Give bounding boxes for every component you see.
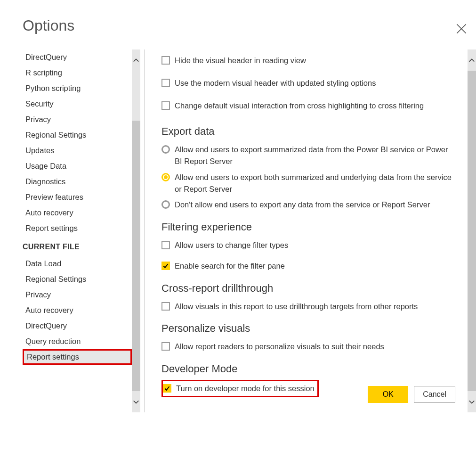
scroll-up-button[interactable] bbox=[132, 49, 140, 71]
content-scroll-down[interactable] bbox=[468, 391, 476, 412]
sidebar-item-report-settings-global[interactable]: Report settings bbox=[23, 221, 140, 236]
section-developer-mode: Developer Mode bbox=[161, 363, 457, 375]
check-icon bbox=[163, 263, 169, 269]
content-scrollbar-thumb[interactable] bbox=[468, 71, 476, 391]
sidebar-item-data-load[interactable]: Data Load bbox=[23, 256, 140, 271]
content-panel: Hide the visual header in reading view U… bbox=[145, 52, 476, 415]
radio-export-both[interactable] bbox=[161, 173, 170, 181]
checkbox-change-filter-types[interactable] bbox=[161, 241, 170, 249]
checkbox-enable-search-filter[interactable] bbox=[161, 262, 170, 270]
sidebar-item-preview-features[interactable]: Preview features bbox=[23, 189, 140, 205]
checkbox-cross-filtering[interactable] bbox=[161, 101, 170, 110]
radio-export-none[interactable] bbox=[161, 200, 170, 209]
checkbox-cross-report-drillthrough[interactable] bbox=[161, 302, 170, 311]
sidebar-item-directquery[interactable]: DirectQuery bbox=[23, 49, 140, 65]
sidebar-item-regional-settings[interactable]: Regional Settings bbox=[23, 127, 140, 143]
section-personalize-visuals: Personalize visuals bbox=[161, 322, 457, 335]
sidebar-item-privacy[interactable]: Privacy bbox=[23, 112, 140, 127]
label-developer-mode: Turn on developer mode for this session bbox=[176, 383, 315, 394]
label-personalize-visuals: Allow report readers to personalize visu… bbox=[175, 341, 457, 352]
sidebar-scrollbar[interactable] bbox=[132, 49, 140, 412]
content-scrollbar[interactable] bbox=[468, 49, 476, 412]
checkbox-developer-mode[interactable] bbox=[163, 384, 171, 393]
section-export-data: Export data bbox=[161, 125, 457, 138]
sidebar-item-usage-data[interactable]: Usage Data bbox=[23, 158, 140, 174]
chevron-down-icon bbox=[468, 399, 475, 405]
close-icon bbox=[456, 24, 467, 34]
checkbox-hide-visual-header[interactable] bbox=[161, 56, 170, 65]
sidebar-item-regional-settings-file[interactable]: Regional Settings bbox=[23, 271, 140, 287]
sidebar-item-auto-recovery-file[interactable]: Auto recovery bbox=[23, 303, 140, 318]
label-cross-report-drillthrough: Allow visuals in this report to use dril… bbox=[175, 301, 457, 312]
sidebar-item-python-scripting[interactable]: Python scripting bbox=[23, 81, 140, 96]
label-enable-search-filter: Enable search for the filter pane bbox=[175, 260, 457, 272]
radio-export-summarized[interactable] bbox=[161, 145, 170, 154]
sidebar-item-auto-recovery[interactable]: Auto recovery bbox=[23, 205, 140, 221]
label-export-summarized: Allow end users to export summarized dat… bbox=[175, 144, 457, 167]
close-button[interactable] bbox=[456, 24, 467, 34]
highlight-developer-mode: Turn on developer mode for this session bbox=[161, 380, 319, 397]
sidebar-item-diagnostics[interactable]: Diagnostics bbox=[23, 174, 140, 189]
sidebar-section-current-file: CURRENT FILE bbox=[23, 236, 140, 256]
cancel-button[interactable]: Cancel bbox=[414, 386, 455, 403]
checkbox-personalize-visuals[interactable] bbox=[161, 342, 170, 351]
sidebar-item-r-scripting[interactable]: R scripting bbox=[23, 65, 140, 81]
label-cross-filtering: Change default visual interaction from c… bbox=[175, 100, 457, 112]
chevron-up-icon bbox=[133, 57, 139, 64]
sidebar-item-updates[interactable]: Updates bbox=[23, 143, 140, 158]
sidebar-item-report-settings-file[interactable]: Report settings bbox=[23, 349, 132, 365]
sidebar-item-security[interactable]: Security bbox=[23, 96, 140, 112]
label-export-both: Allow end users to export both summarize… bbox=[175, 172, 457, 195]
sidebar: DirectQuery R scripting Python scripting… bbox=[23, 49, 140, 412]
scroll-down-button[interactable] bbox=[132, 391, 140, 412]
chevron-up-icon bbox=[468, 57, 475, 64]
sidebar-item-directquery-file[interactable]: DirectQuery bbox=[23, 318, 140, 334]
label-hide-visual-header: Hide the visual header in reading view bbox=[175, 55, 457, 66]
dialog-title: Options bbox=[23, 17, 476, 34]
label-change-filter-types: Allow users to change filter types bbox=[175, 239, 457, 251]
label-modern-visual-header: Use the modern visual header with update… bbox=[175, 77, 457, 89]
chevron-down-icon bbox=[133, 399, 139, 405]
sidebar-item-privacy-file[interactable]: Privacy bbox=[23, 287, 140, 303]
checkbox-modern-visual-header[interactable] bbox=[161, 79, 170, 87]
label-export-none: Don't allow end users to export any data… bbox=[175, 199, 457, 211]
section-cross-report-drillthrough: Cross-report drillthrough bbox=[161, 282, 457, 295]
sidebar-item-query-reduction[interactable]: Query reduction bbox=[23, 334, 140, 349]
scrollbar-thumb[interactable] bbox=[132, 121, 140, 391]
section-filtering-experience: Filtering experience bbox=[161, 221, 457, 233]
content-scroll-up[interactable] bbox=[468, 49, 476, 71]
check-icon bbox=[164, 385, 170, 391]
ok-button[interactable]: OK bbox=[368, 386, 408, 403]
